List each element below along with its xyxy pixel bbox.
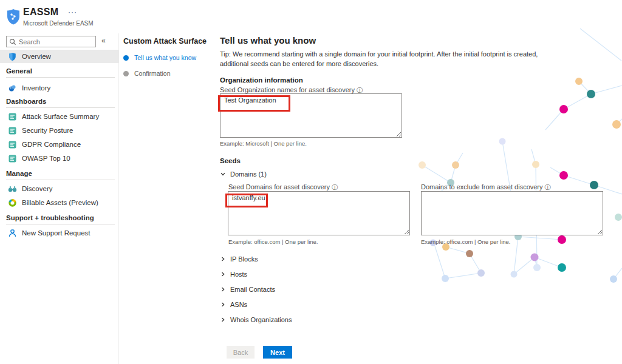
donut-chart-icon — [7, 198, 17, 207]
info-icon[interactable]: ⓘ — [357, 87, 363, 93]
hosts-expander[interactable]: Hosts — [220, 271, 247, 278]
defender-easm-logo-icon — [6, 8, 21, 25]
whois-organizations-expander[interactable]: Whois Organizations — [220, 316, 292, 323]
sidebar-section-dashboards: Dashboards — [6, 98, 46, 105]
sidebar-item-gdpr-compliance[interactable]: GDPR Compliance — [0, 138, 119, 151]
back-button[interactable]: Back — [227, 346, 255, 359]
search-input[interactable] — [19, 36, 94, 47]
seed-organization-textarea[interactable]: Test Organization — [220, 93, 402, 138]
divider — [6, 180, 115, 180]
support-person-icon — [7, 228, 17, 238]
sidebar-item-inventory[interactable]: Inventory — [0, 81, 119, 95]
page-title: Tell us what you know — [220, 35, 316, 46]
sidebar-item-attack-surface-summary[interactable]: Attack Surface Summary — [0, 110, 119, 123]
exclude-domains-textarea[interactable] — [421, 191, 603, 235]
field-label-text: Domains to exclude from asset discovery — [421, 183, 543, 190]
sidebar: « Overview General Inventory Dashboards … — [0, 33, 119, 364]
wizard-step-tell-us[interactable]: Tell us what you know — [123, 54, 214, 61]
seed-domains-textarea[interactable]: istvanffy.eu — [228, 191, 410, 235]
sidebar-item-label: Overview — [22, 53, 51, 60]
sidebar-item-label: Billable Assets (Preview) — [22, 199, 98, 206]
sidebar-item-security-posture[interactable]: Security Posture — [0, 124, 119, 137]
seed-domains-example-text: Example: office.com | One per line. — [228, 238, 318, 245]
dashboard-icon — [7, 126, 17, 135]
sidebar-item-label: GDPR Compliance — [22, 141, 81, 148]
binoculars-icon — [7, 184, 17, 194]
sidebar-item-discovery[interactable]: Discovery — [0, 182, 119, 195]
sidebar-search — [6, 36, 96, 47]
organization-example-text: Example: Microsoft | One per line. — [220, 140, 307, 147]
inventory-icon — [7, 83, 17, 93]
divider — [6, 107, 115, 108]
exclude-domains-label: Domains to exclude from asset discoveryⓘ — [421, 183, 551, 192]
sidebar-item-label: Discovery — [22, 185, 52, 192]
dashboard-icon — [7, 112, 17, 121]
chevron-right-icon — [220, 286, 226, 292]
expander-label: Whois Organizations — [230, 316, 292, 323]
sidebar-item-label: Inventory — [22, 84, 50, 92]
sidebar-collapse-icon[interactable]: « — [101, 36, 106, 45]
tip-text: Tip: We recommend starting with a single… — [220, 50, 558, 69]
next-button[interactable]: Next — [263, 346, 292, 359]
sidebar-item-label: New Support Request — [22, 229, 91, 237]
info-icon[interactable]: ⓘ — [545, 184, 551, 190]
shield-icon — [7, 52, 17, 61]
step-dot-icon — [123, 71, 129, 76]
wizard-step-confirmation[interactable]: Confirmation — [123, 70, 214, 77]
expander-label: ASNs — [230, 301, 247, 308]
divider — [6, 77, 115, 78]
wizard-title: Custom Attack Surface — [123, 37, 214, 46]
dashboard-icon — [7, 153, 17, 163]
chevron-right-icon — [220, 317, 226, 323]
seeds-heading: Seeds — [220, 157, 241, 164]
sidebar-item-label: Security Posture — [22, 127, 73, 134]
chevron-down-icon — [220, 171, 226, 177]
dashboard-icon — [7, 140, 17, 149]
seed-domains-label: Seed Domains for asset discoveryⓘ — [228, 183, 338, 192]
email-contacts-expander[interactable]: Email Contacts — [220, 286, 275, 293]
sidebar-section-manage: Manage — [6, 170, 32, 177]
sidebar-item-overview[interactable]: Overview — [0, 50, 119, 63]
sidebar-item-billable-assets[interactable]: Billable Assets (Preview) — [0, 196, 119, 209]
field-label-text: Seed Organization names for asset discov… — [220, 86, 355, 93]
sidebar-section-support: Support + troubleshooting — [6, 214, 94, 221]
asns-expander[interactable]: ASNs — [220, 301, 247, 308]
step-label: Confirmation — [134, 70, 171, 77]
chevron-right-icon — [220, 256, 226, 262]
divider — [6, 224, 115, 224]
step-dot-icon — [123, 55, 129, 61]
expander-label: Email Contacts — [230, 286, 275, 293]
organization-information-heading: Organization information — [220, 76, 303, 84]
expander-label: IP Blocks — [230, 255, 258, 263]
domains-expander[interactable]: Domains (1) — [220, 170, 267, 178]
app-header: EASSM ··· Microsoft Defender EASM — [0, 0, 146, 33]
app-more-menu[interactable]: ··· — [68, 8, 77, 16]
expander-label: Domains (1) — [230, 170, 267, 178]
step-label: Tell us what you know — [134, 54, 196, 61]
sidebar-item-label: Attack Surface Summary — [22, 113, 99, 120]
app-subtitle: Microsoft Defender EASM — [23, 20, 94, 27]
sidebar-item-new-support-request[interactable]: New Support Request — [0, 226, 119, 240]
field-label-text: Seed Domains for asset discovery — [228, 183, 330, 190]
sidebar-section-general: General — [6, 67, 32, 75]
sidebar-item-label: OWASP Top 10 — [22, 155, 70, 162]
exclude-domains-example-text: Example: office.com | One per line. — [421, 238, 511, 245]
ip-blocks-expander[interactable]: IP Blocks — [220, 255, 258, 263]
app-title: EASSM — [23, 7, 58, 18]
sidebar-item-owasp-top-10[interactable]: OWASP Top 10 — [0, 152, 119, 165]
info-icon[interactable]: ⓘ — [332, 184, 338, 190]
chevron-right-icon — [220, 302, 226, 308]
search-icon — [9, 38, 16, 46]
wizard-steps-panel: Custom Attack Surface Tell us what you k… — [123, 33, 214, 77]
expander-label: Hosts — [230, 271, 247, 278]
chevron-right-icon — [220, 271, 226, 277]
